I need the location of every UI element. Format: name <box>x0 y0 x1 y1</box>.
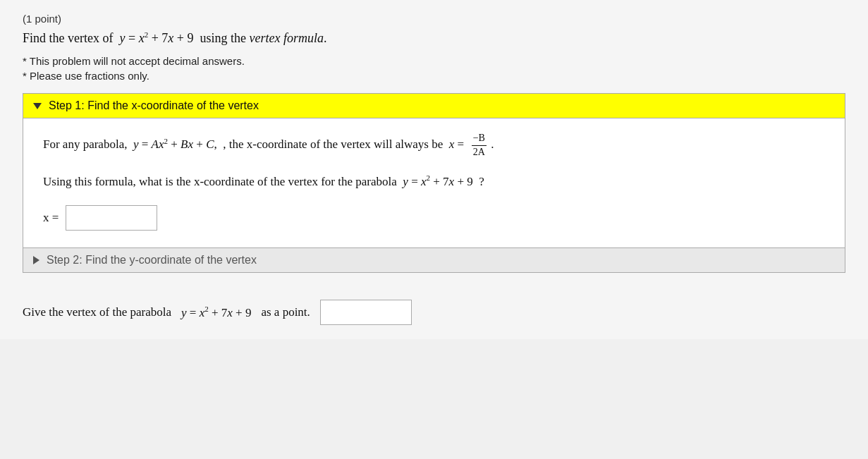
problem-eq: y = x2 + 7x + 9 <box>116 31 200 45</box>
vertex-formula-fraction: −B 2A <box>472 133 487 159</box>
formula-pre: For any parabola, <box>43 137 127 151</box>
vertex-point-input[interactable] <box>320 300 412 325</box>
bottom-text-pre: Give the vertex of the parabola <box>23 305 171 319</box>
step2-header[interactable]: Step 2: Find the y-coordinate of the ver… <box>23 248 845 273</box>
question-line: Using this formula, what is the x-coordi… <box>43 171 825 193</box>
problem-pre: Find the vertex of <box>23 31 113 45</box>
fraction-numerator: −B <box>472 133 487 146</box>
step1-content: For any parabola, y = Ax2 + Bx + C, , th… <box>23 118 845 248</box>
bottom-text-eq: y = x2 + 7x + 9 <box>181 305 251 320</box>
step1-label: Step 1: Find the x-coordinate of the ver… <box>49 99 259 112</box>
note1: * This problem will not accept decimal a… <box>23 55 845 67</box>
step1-header[interactable]: Step 1: Find the x-coordinate of the ver… <box>23 93 845 118</box>
step1-collapse-icon <box>33 103 42 109</box>
point-label: (1 point) <box>23 13 845 25</box>
question-end: ? <box>479 175 484 188</box>
problem-italic: vertex formula <box>249 31 323 45</box>
formula-post: , the x-coordinate of the vertex will al… <box>223 137 443 151</box>
bottom-line: Give the vertex of the parabola y = x2 +… <box>23 300 845 325</box>
bottom-section: Give the vertex of the parabola y = x2 +… <box>0 290 868 339</box>
step2-expand-icon <box>33 256 39 264</box>
note2: * Please use fractions only. <box>23 70 845 82</box>
x-input-label: x = <box>43 211 59 225</box>
problem-statement: Find the vertex of y = x2 + 7x + 9 using… <box>23 29 845 48</box>
problem-post: using the <box>200 31 246 45</box>
fraction-denominator: 2A <box>472 146 487 159</box>
formula-line: For any parabola, y = Ax2 + Bx + C, , th… <box>43 133 825 159</box>
question-pre: Using this formula, what is the x-coordi… <box>43 175 397 188</box>
problem-end: . <box>324 31 327 45</box>
page-container: (1 point) Find the vertex of y = x2 + 7x… <box>0 0 868 290</box>
formula-end: . <box>491 137 494 151</box>
bottom-text-post: as a point. <box>261 305 310 319</box>
step2-label: Step 2: Find the y-coordinate of the ver… <box>47 254 257 267</box>
x-coordinate-input[interactable] <box>66 205 157 231</box>
x-input-row: x = <box>43 205 825 231</box>
